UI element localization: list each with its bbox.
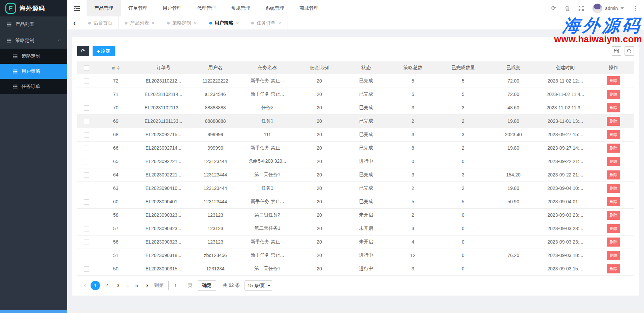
tab-4[interactable]: 任务订单× (245, 16, 287, 30)
goto-confirm-button[interactable]: 确定 (198, 280, 216, 291)
delete-button[interactable]: 删除 (607, 157, 620, 166)
sort-asc-icon[interactable] (117, 66, 120, 67)
table-row[interactable]: 50EL2023090315...1231234第二天任务120进行中30202… (77, 262, 634, 275)
delete-button[interactable]: 删除 (607, 197, 620, 206)
horizontal-scrollbar[interactable] (0, 310, 644, 313)
page-number-5[interactable]: 5 (132, 281, 142, 290)
sidebar-item-4[interactable]: 任务订单 (0, 79, 67, 94)
tab-close-icon[interactable]: × (194, 20, 197, 26)
sidebar-item-1[interactable]: 策略定制 (0, 33, 67, 49)
sidebar-item-3[interactable]: 用户策略 (0, 64, 67, 79)
row-checkbox[interactable] (84, 199, 89, 205)
tabs-scroll-left-button[interactable]: ‹ (67, 16, 82, 30)
select-all-checkbox[interactable] (84, 65, 89, 71)
add-button[interactable]: + 添加 (93, 46, 115, 56)
page-number-1[interactable]: 1 (91, 281, 100, 290)
row-checkbox[interactable] (84, 132, 89, 138)
row-checkbox[interactable] (84, 78, 89, 84)
page-next-button[interactable]: › (144, 282, 151, 289)
page-number-3[interactable]: 3 (113, 281, 123, 290)
delete-button[interactable]: 删除 (607, 117, 620, 126)
nav-item-5[interactable]: 系统管理 (258, 0, 292, 16)
delete-button[interactable]: 删除 (607, 264, 620, 273)
delete-button[interactable]: 删除 (607, 224, 620, 233)
row-checkbox[interactable] (84, 159, 89, 164)
tabs-dropdown-icon[interactable] (637, 21, 641, 24)
user-menu[interactable]: admin (592, 3, 624, 13)
tab-close-icon[interactable]: × (152, 20, 155, 26)
table-row[interactable]: 70EL20231102113...88888888任务220已完成3348.6… (77, 101, 634, 114)
page-size-select[interactable]: 15 条/页 (245, 280, 272, 291)
nav-item-1[interactable]: 订单管理 (121, 0, 155, 16)
delete-button[interactable]: 删除 (607, 90, 620, 99)
table-row[interactable]: 60EL2023090401...123123444新手任务 禁止...20已完… (77, 195, 634, 208)
row-checkbox[interactable] (84, 226, 89, 231)
sort-desc-icon[interactable] (117, 68, 120, 70)
row-checkbox[interactable] (84, 146, 89, 151)
delete-button[interactable]: 删除 (607, 76, 620, 85)
delete-button[interactable]: 删除 (607, 251, 620, 260)
row-checkbox[interactable] (84, 266, 89, 272)
row-checkbox[interactable] (84, 119, 89, 124)
tab-3[interactable]: 用户策略× (203, 16, 245, 30)
goto-page-input[interactable] (168, 281, 183, 290)
row-checkbox-cell (77, 114, 96, 128)
table-row[interactable]: 58EL2023090323...123123第二组任务220未开启202023… (77, 208, 634, 222)
page-number-2[interactable]: 2 (102, 281, 111, 290)
tab-label: 策略定制 (172, 20, 191, 26)
row-checkbox[interactable] (84, 186, 89, 191)
table-row[interactable]: 69EL20231101133...88888888任务120已完成2219.8… (77, 114, 634, 128)
page-prev-button[interactable]: ‹ (81, 282, 89, 289)
refresh-icon[interactable]: ⟳ (551, 5, 556, 12)
nav-item-6[interactable]: 商城管理 (292, 0, 326, 16)
delete-button[interactable]: 删除 (607, 184, 620, 193)
delete-button[interactable]: 删除 (607, 170, 620, 179)
nav-item-4[interactable]: 常规管理 (223, 0, 258, 16)
tab-0[interactable]: 后台首页 (82, 16, 118, 30)
table-row[interactable]: 57EL2023090323...123123第二天任务120未开启302023… (77, 222, 634, 235)
delete-button[interactable]: 删除 (607, 144, 620, 153)
sidebar-collapse-button[interactable] (67, 0, 87, 16)
sort-icon[interactable] (117, 66, 120, 70)
table-row[interactable]: 51EL2023090318...zbc123456新手任务 禁止...20进行… (77, 249, 634, 262)
table-row[interactable]: 63EL2023090410...123123444任务120已完成2219.8… (77, 181, 634, 195)
cell-order_no: EL2023110212... (136, 74, 191, 88)
row-checkbox[interactable] (84, 105, 89, 111)
table-row[interactable]: 72EL2023110212...1122222222新手任务 禁止...20已… (77, 74, 634, 88)
tab-close-icon[interactable]: × (236, 20, 239, 26)
scrollbar-thumb[interactable] (0, 310, 67, 313)
id-sort-header[interactable]: id (112, 65, 120, 70)
delete-button[interactable]: 删除 (607, 238, 620, 247)
trash-icon[interactable] (565, 6, 570, 11)
delete-button[interactable]: 删除 (607, 211, 620, 220)
table-row[interactable]: 64EL2023092221...123123444第二天任务120已完成331… (77, 168, 634, 181)
columns-toggle-button[interactable] (612, 46, 621, 56)
search-button[interactable] (625, 46, 634, 56)
nav-item-0[interactable]: 产品管理 (87, 0, 121, 16)
table-row[interactable]: 68EL2023092715...99999911120已完成332023.40… (77, 128, 634, 141)
tab-2[interactable]: 策略定制× (161, 16, 203, 30)
refresh-table-button[interactable]: ⟳ (77, 46, 89, 56)
cell-deal: 154.20 (489, 168, 538, 181)
fullscreen-icon[interactable] (579, 6, 584, 11)
row-checkbox[interactable] (84, 213, 89, 218)
row-checkbox[interactable] (84, 253, 89, 258)
tab-1[interactable]: 产品列表× (118, 16, 161, 30)
row-checkbox[interactable] (84, 92, 89, 97)
row-checkbox[interactable] (84, 240, 89, 245)
table-row[interactable]: 56EL2023090323...123123新手任务 禁止...20未开启40… (77, 235, 634, 249)
sidebar-item-2[interactable]: 策略定制 (0, 49, 67, 64)
tabs-scroll-right-button[interactable]: › (628, 19, 630, 27)
nav-item-2[interactable]: 用户管理 (155, 0, 189, 16)
table-row[interactable]: 65EL2023092221...123123444杀组5补200 320...… (77, 155, 634, 168)
delete-button[interactable]: 删除 (607, 103, 620, 112)
sidebar-item-0[interactable]: 产品列表 (0, 16, 67, 33)
table-row[interactable]: 66EL2023092714...999999新手任务 禁止...20已完成82… (77, 141, 634, 155)
row-checkbox[interactable] (84, 172, 89, 178)
nav-item-3[interactable]: 代理管理 (189, 0, 223, 16)
cell-deal: 72.00 (489, 74, 538, 88)
delete-button[interactable]: 删除 (607, 130, 620, 139)
tab-close-icon[interactable]: × (278, 20, 281, 26)
table-row[interactable]: 71EL20231102114...a1234546新手任务 禁止...20已完… (77, 88, 634, 101)
more-menu-icon[interactable]: ⋮ (633, 5, 639, 12)
